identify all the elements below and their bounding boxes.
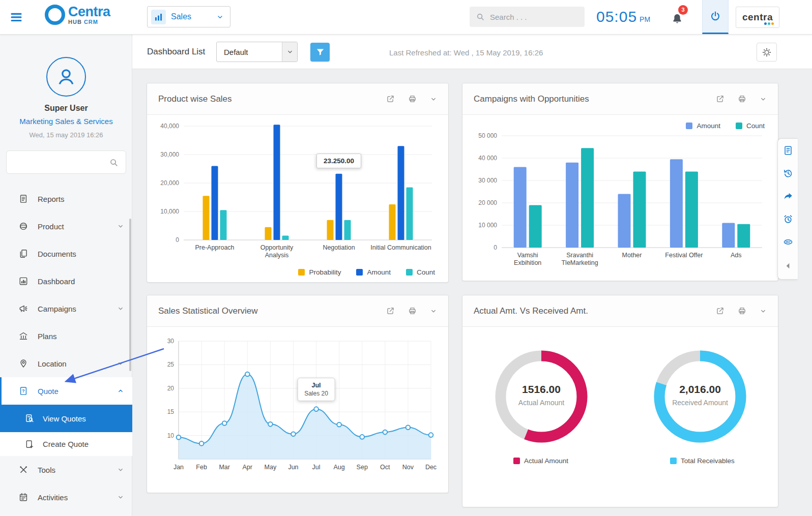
- dashboard-settings-button[interactable]: [757, 43, 777, 62]
- user-avatar[interactable]: [46, 57, 86, 97]
- tooltip-title: Jul: [304, 382, 328, 389]
- sidebar-item-create-quote[interactable]: Create Quote: [0, 432, 132, 456]
- centrahub-logo[interactable]: Centra HUB CRM: [45, 5, 110, 25]
- sidebar-item-label: Create Quote: [43, 440, 89, 448]
- sidebar-item-documents[interactable]: Documents: [0, 240, 132, 267]
- chevron-down-icon: [117, 494, 124, 501]
- share-icon[interactable]: [782, 191, 794, 202]
- logo-sub-text: HUB CRM: [68, 19, 110, 25]
- chevron-down-icon[interactable]: [430, 96, 437, 103]
- user-department[interactable]: Marketing Sales & Services: [0, 117, 132, 126]
- legend-label: Probability: [309, 268, 341, 276]
- legend-item-count: Count: [736, 122, 765, 130]
- module-selector[interactable]: Sales: [147, 6, 230, 27]
- global-search: [470, 7, 585, 27]
- legend-label: Amount: [697, 122, 720, 130]
- expand-icon[interactable]: [716, 95, 724, 103]
- print-icon[interactable]: [408, 95, 417, 103]
- sidebar-item-campaigns[interactable]: Campaigns: [0, 295, 132, 322]
- card-header: Actual Amt. Vs Received Amt.: [462, 295, 778, 327]
- sidebar-item-view-quotes[interactable]: View Quotes: [0, 405, 132, 432]
- search-icon: [476, 12, 485, 21]
- card-title: Sales Statistical Overview: [158, 306, 258, 316]
- campaigns-bar-chart: 010 00020 00030 00040 00050 000VamshiExb…: [467, 127, 774, 279]
- chevron-down-icon[interactable]: [430, 308, 437, 315]
- notifications-button[interactable]: 3: [669, 9, 686, 26]
- global-search-input[interactable]: [490, 13, 578, 21]
- svg-text:25: 25: [167, 361, 175, 368]
- expand-icon[interactable]: [386, 307, 395, 315]
- hamburger-menu-icon[interactable]: [8, 10, 24, 24]
- product-icon: [18, 221, 28, 231]
- print-icon[interactable]: [738, 307, 746, 315]
- session-datetime: Wed, 15 may 2019 16:26: [0, 131, 132, 139]
- sidebar-item-product[interactable]: Product: [0, 213, 132, 240]
- history-icon[interactable]: [782, 168, 794, 179]
- sidebar-search-input[interactable]: [14, 158, 105, 166]
- product-sales-bar-chart: 010,00020,00030,00040,000Pre-ApproachOpp…: [152, 115, 443, 266]
- chevron-down-icon: [117, 305, 124, 312]
- sidebar-item-location[interactable]: Location: [0, 350, 132, 377]
- svg-text:Initial Communication: Initial Communication: [370, 244, 431, 251]
- print-icon[interactable]: [738, 95, 746, 103]
- filter-button[interactable]: [310, 43, 330, 62]
- svg-text:Sravanthi: Sravanthi: [566, 252, 593, 259]
- svg-text:40 000: 40 000: [478, 155, 497, 162]
- location-icon: [18, 358, 28, 369]
- legend-label: Count: [417, 268, 435, 276]
- tooltip-value: Sales 20: [304, 390, 328, 397]
- svg-text:Oct: Oct: [380, 464, 390, 471]
- legend-swatch: [736, 123, 742, 129]
- svg-text:Exbihition: Exbihition: [514, 259, 541, 266]
- svg-text:May: May: [265, 464, 277, 471]
- sidebar-item-activities[interactable]: Activities: [0, 483, 132, 511]
- sidebar-item-dashboard[interactable]: Dashboard: [0, 267, 132, 295]
- chart-tooltip: 23.250.00: [316, 154, 361, 168]
- collapse-rail-icon[interactable]: [782, 260, 794, 271]
- svg-text:Apr: Apr: [243, 464, 252, 471]
- customer-360-icon[interactable]: 360°: [782, 236, 794, 248]
- legend-item-amount: Amount: [356, 268, 391, 276]
- svg-text:Jun: Jun: [288, 464, 298, 471]
- reminder-icon[interactable]: [782, 214, 794, 225]
- chevron-down-icon: [117, 360, 124, 367]
- plans-icon: [18, 331, 28, 341]
- sidebar-menu: ReportsProductDocumentsDashboardCampaign…: [0, 185, 132, 511]
- expand-icon[interactable]: [716, 307, 724, 315]
- quote-icon: ?: [18, 386, 28, 396]
- dashboard-header: Dashboard List Default Last Refreshed at…: [132, 35, 812, 69]
- sidebar-item-quote[interactable]: ?Quote: [0, 377, 132, 405]
- sidebar-search: [6, 150, 126, 174]
- svg-text:Dec: Dec: [425, 464, 437, 471]
- svg-text:Opportunity: Opportunity: [260, 244, 294, 251]
- last-refreshed-text: Last Refreshed at: Wed , 15 May 2019, 16…: [389, 48, 543, 57]
- sidebar-scrollbar[interactable]: [129, 219, 131, 371]
- recent-records-icon[interactable]: [782, 145, 794, 156]
- logout-button[interactable]: [702, 0, 729, 34]
- sidebar-item-label: Tools: [38, 466, 55, 474]
- activities-icon: [18, 492, 28, 502]
- print-icon[interactable]: [408, 307, 417, 315]
- sidebar-item-label: View Quotes: [43, 414, 86, 423]
- chevron-down-icon[interactable]: [760, 96, 767, 103]
- chevron-down-icon[interactable]: [760, 308, 767, 315]
- sales-module-icon: [151, 10, 166, 24]
- sidebar-item-plans[interactable]: Plans: [0, 322, 132, 350]
- legend-swatch: [406, 269, 413, 276]
- dashboard-view-selector[interactable]: Default: [216, 42, 298, 62]
- legend-item-probability: Probability: [298, 268, 341, 276]
- topbar: Centra HUB CRM Sales 05:05PM 3 centra: [0, 0, 812, 35]
- svg-text:50 000: 50 000: [478, 132, 497, 139]
- svg-text:30: 30: [167, 338, 175, 345]
- sidebar-item-tools[interactable]: Tools: [0, 456, 132, 483]
- chart-tooltip: Jul Sales 20: [297, 378, 335, 401]
- sales-line-chart: JanFebMarAprMayJunJulAugSepOctNovDec1015…: [152, 327, 443, 483]
- card-title: Actual Amt. Vs Received Amt.: [474, 306, 588, 316]
- sidebar-item-label: Product: [38, 222, 64, 231]
- create-quote-icon: [24, 439, 35, 449]
- svg-text:40,000: 40,000: [160, 123, 179, 130]
- selector-chevron: [282, 42, 297, 62]
- tools-icon: [18, 465, 28, 475]
- sidebar-item-reports[interactable]: Reports: [0, 185, 132, 213]
- expand-icon[interactable]: [386, 95, 395, 103]
